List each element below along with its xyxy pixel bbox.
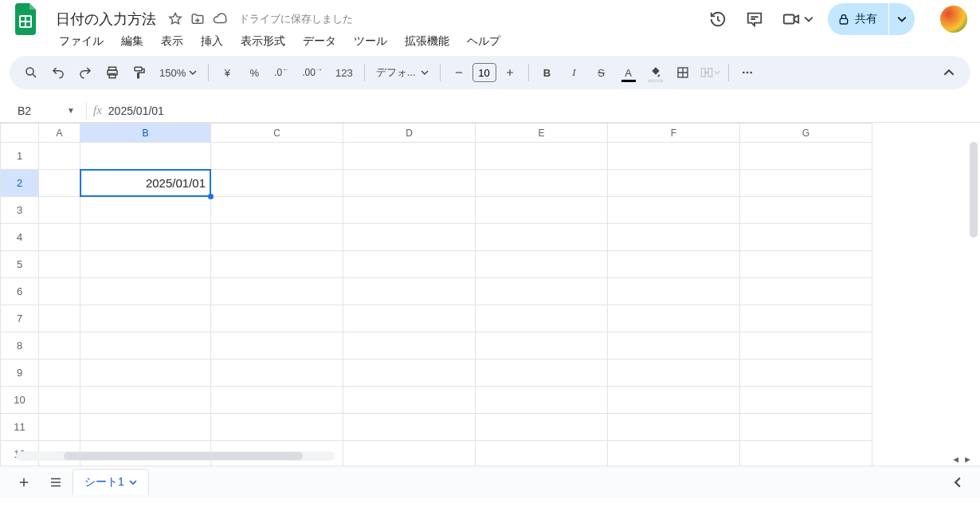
row-header-1[interactable]: 1 bbox=[1, 143, 39, 170]
cell-F3[interactable] bbox=[608, 197, 740, 224]
menu-表示形式[interactable]: 表示形式 bbox=[233, 31, 293, 52]
cell-B4[interactable] bbox=[80, 224, 211, 251]
sheet-tab[interactable]: シート1 bbox=[73, 470, 148, 495]
undo-icon[interactable] bbox=[46, 61, 70, 85]
cell-D10[interactable] bbox=[343, 387, 476, 414]
cell-E7[interactable] bbox=[476, 305, 608, 332]
cell-F12[interactable] bbox=[608, 441, 740, 466]
horizontal-scrollbar[interactable] bbox=[16, 451, 335, 461]
cell-G1[interactable] bbox=[740, 143, 872, 170]
cell-E12[interactable] bbox=[476, 441, 608, 466]
cell-C5[interactable] bbox=[211, 251, 343, 278]
cell-A5[interactable] bbox=[39, 251, 80, 278]
cell-E5[interactable] bbox=[476, 251, 608, 278]
font-select[interactable]: デフォ... bbox=[371, 61, 433, 85]
cell-D12[interactable] bbox=[343, 441, 476, 466]
row-header-4[interactable]: 4 bbox=[1, 224, 39, 251]
cell-G6[interactable] bbox=[740, 278, 872, 305]
cell-B5[interactable] bbox=[80, 251, 211, 278]
cloud-saved-icon[interactable] bbox=[212, 11, 228, 27]
cell-F7[interactable] bbox=[608, 305, 740, 332]
doc-title[interactable]: 日付の入力方法 bbox=[51, 8, 161, 30]
font-size-increase[interactable] bbox=[498, 61, 522, 85]
cell-F2[interactable] bbox=[608, 170, 740, 197]
sheets-logo[interactable] bbox=[13, 5, 41, 33]
cell-E3[interactable] bbox=[476, 197, 608, 224]
cell-G3[interactable] bbox=[740, 197, 872, 224]
increase-decimal-button[interactable]: .00→ bbox=[297, 61, 327, 85]
cell-A10[interactable] bbox=[39, 387, 80, 414]
cell-E9[interactable] bbox=[476, 360, 608, 387]
menu-データ[interactable]: データ bbox=[295, 31, 344, 52]
meet-dropdown-icon[interactable] bbox=[804, 14, 813, 24]
history-icon[interactable] bbox=[707, 8, 729, 30]
row-header-5[interactable]: 5 bbox=[1, 251, 39, 278]
account-avatar[interactable] bbox=[940, 6, 967, 33]
share-dropdown[interactable] bbox=[889, 3, 915, 35]
cell-A4[interactable] bbox=[39, 224, 80, 251]
cell-D7[interactable] bbox=[343, 305, 476, 332]
cell-D8[interactable] bbox=[343, 332, 476, 360]
cell-G11[interactable] bbox=[740, 414, 872, 441]
percent-button[interactable]: % bbox=[242, 61, 266, 85]
cell-D9[interactable] bbox=[343, 360, 476, 387]
cell-C11[interactable] bbox=[211, 414, 343, 441]
cell-C7[interactable] bbox=[211, 305, 343, 332]
cell-A6[interactable] bbox=[39, 278, 80, 305]
col-header-F[interactable]: F bbox=[608, 124, 740, 143]
font-size-decrease[interactable] bbox=[447, 61, 471, 85]
cell-B9[interactable] bbox=[80, 360, 211, 387]
cell-E4[interactable] bbox=[476, 224, 608, 251]
cell-D3[interactable] bbox=[343, 197, 476, 224]
row-header-2[interactable]: 2 bbox=[1, 170, 39, 197]
font-size-input[interactable] bbox=[472, 63, 496, 82]
share-button[interactable]: 共有 bbox=[828, 3, 888, 35]
cell-F9[interactable] bbox=[608, 360, 740, 387]
cell-B8[interactable] bbox=[80, 332, 211, 360]
cell-D2[interactable] bbox=[343, 170, 476, 197]
cell-F4[interactable] bbox=[608, 224, 740, 251]
cell-C10[interactable] bbox=[211, 387, 343, 414]
col-header-E[interactable]: E bbox=[476, 124, 608, 143]
row-header-3[interactable]: 3 bbox=[1, 197, 39, 224]
print-icon[interactable] bbox=[100, 61, 124, 85]
cell-D4[interactable] bbox=[343, 224, 476, 251]
meet-icon[interactable] bbox=[780, 8, 802, 30]
merge-button[interactable] bbox=[698, 61, 722, 85]
scroll-left-icon[interactable]: ◄ bbox=[951, 454, 960, 464]
col-header-C[interactable]: C bbox=[211, 124, 343, 143]
zoom-select[interactable]: 150% bbox=[155, 61, 202, 85]
row-header-9[interactable]: 9 bbox=[1, 360, 39, 387]
cell-C2[interactable] bbox=[211, 170, 343, 197]
cell-B7[interactable] bbox=[80, 305, 211, 332]
cell-A8[interactable] bbox=[39, 332, 80, 360]
col-header-D[interactable]: D bbox=[343, 124, 476, 143]
cell-E1[interactable] bbox=[476, 143, 608, 170]
menu-編集[interactable]: 編集 bbox=[113, 31, 151, 52]
row-header-6[interactable]: 6 bbox=[1, 278, 39, 305]
cell-B6[interactable] bbox=[80, 278, 211, 305]
menu-ヘルプ[interactable]: ヘルプ bbox=[459, 31, 508, 52]
row-header-7[interactable]: 7 bbox=[1, 305, 39, 332]
fill-color-button[interactable] bbox=[644, 61, 668, 85]
bold-button[interactable]: B bbox=[535, 61, 559, 85]
all-sheets-icon[interactable] bbox=[41, 470, 70, 495]
cell-B10[interactable] bbox=[80, 387, 211, 414]
cell-A1[interactable] bbox=[39, 143, 80, 170]
redo-icon[interactable] bbox=[73, 61, 97, 85]
select-all-corner[interactable] bbox=[1, 124, 39, 143]
decrease-decimal-button[interactable]: .0← bbox=[269, 61, 294, 85]
collapse-toolbar-icon[interactable] bbox=[937, 61, 961, 85]
cell-C3[interactable] bbox=[211, 197, 343, 224]
cell-G4[interactable] bbox=[740, 224, 872, 251]
cell-E6[interactable] bbox=[476, 278, 608, 305]
cell-A3[interactable] bbox=[39, 197, 80, 224]
cell-B3[interactable] bbox=[80, 197, 211, 224]
borders-button[interactable] bbox=[671, 61, 695, 85]
number-format-button[interactable]: 123 bbox=[331, 61, 358, 85]
vertical-scrollbar[interactable] bbox=[969, 142, 978, 437]
cell-F8[interactable] bbox=[608, 332, 740, 360]
row-header-10[interactable]: 10 bbox=[1, 387, 39, 414]
cell-E8[interactable] bbox=[476, 332, 608, 360]
cell-D6[interactable] bbox=[343, 278, 476, 305]
